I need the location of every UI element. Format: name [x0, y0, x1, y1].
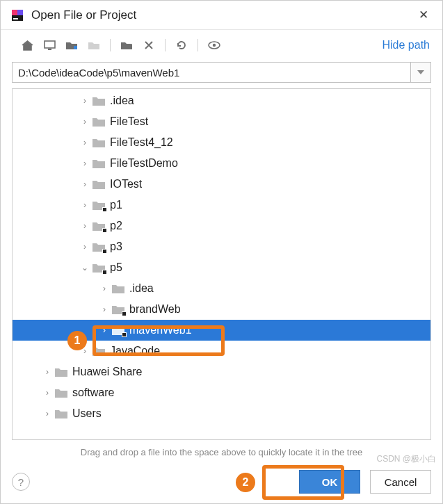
refresh-icon[interactable]	[172, 37, 191, 54]
tree-row[interactable]: ›.idea	[13, 278, 430, 299]
tree-item-label: p3	[110, 241, 122, 253]
chevron-right-icon[interactable]: ›	[79, 117, 90, 127]
svg-rect-4	[45, 41, 55, 48]
svg-text:+: +	[129, 40, 133, 47]
desktop-icon[interactable]	[40, 37, 59, 54]
folder-icon	[92, 346, 106, 357]
toolbar: + Hide path	[1, 30, 442, 58]
svg-rect-6	[74, 46, 77, 49]
tree-row[interactable]: ›brandWeb	[13, 299, 430, 320]
folder-icon	[92, 241, 106, 252]
chevron-right-icon[interactable]: ›	[42, 388, 53, 398]
separator	[198, 39, 198, 51]
tree-item-label: .idea	[110, 95, 134, 107]
titlebar: Open File or Project ✕	[1, 1, 442, 30]
tree-row[interactable]: ›Huawei Share	[13, 361, 430, 382]
tree-row[interactable]: ›FileTest	[13, 111, 430, 132]
chevron-right-icon[interactable]: ›	[79, 138, 90, 147]
hide-path-link[interactable]: Hide path	[382, 39, 430, 51]
path-dropdown-button[interactable]	[410, 62, 431, 83]
chevron-right-icon[interactable]: ›	[42, 409, 53, 418]
tree-row[interactable]: ›mavenWeb1	[13, 320, 430, 341]
chevron-right-icon[interactable]: ›	[79, 158, 90, 168]
tree-item-label: IOTest	[110, 178, 142, 190]
path-input[interactable]	[12, 62, 410, 83]
folder-icon	[92, 116, 106, 127]
folder-icon	[92, 262, 106, 273]
folder-icon	[92, 200, 106, 211]
folder-icon	[111, 325, 125, 336]
chevron-right-icon[interactable]: ›	[42, 367, 53, 377]
chevron-right-icon[interactable]: ›	[99, 325, 110, 335]
folder-icon	[111, 304, 125, 315]
chevron-right-icon[interactable]: ›	[99, 284, 110, 293]
drop-hint: Drag and drop a file into the space abov…	[1, 444, 442, 464]
folder-icon	[92, 179, 106, 190]
delete-icon[interactable]	[139, 37, 159, 54]
chevron-right-icon[interactable]: ›	[79, 200, 90, 210]
intellij-icon	[10, 8, 24, 22]
folder-icon	[92, 95, 106, 106]
svg-rect-3	[13, 18, 18, 19]
open-file-dialog: Open File or Project ✕ + Hide path ›.ide…	[0, 0, 443, 504]
tree-row[interactable]: ›FileTestDemo	[13, 153, 430, 174]
path-row	[1, 58, 442, 88]
tree-row[interactable]: ›p3	[13, 236, 430, 257]
tree-row[interactable]: ›JavaCode	[13, 341, 430, 361]
svg-rect-1	[12, 10, 17, 15]
tree-item-label: .idea	[129, 282, 154, 295]
svg-point-9	[213, 44, 216, 47]
folder-icon	[54, 408, 68, 419]
tree-row[interactable]: ⌄p5	[13, 257, 430, 278]
svg-rect-5	[48, 49, 51, 50]
chevron-right-icon[interactable]: ›	[79, 179, 90, 189]
chevron-down-icon[interactable]: ⌄	[79, 263, 90, 273]
tree-item-label: Huawei Share	[72, 366, 143, 378]
tree-row[interactable]: ›p1	[13, 195, 430, 216]
separator	[110, 39, 111, 51]
ok-button[interactable]: OK	[299, 470, 360, 494]
folder-icon	[92, 137, 106, 148]
tree-item-label: p5	[110, 261, 122, 274]
cancel-button[interactable]: Cancel	[370, 470, 431, 494]
chevron-right-icon[interactable]: ›	[79, 346, 90, 356]
tree-item-label: software	[72, 387, 114, 399]
chevron-right-icon[interactable]: ›	[79, 96, 90, 106]
folder-icon	[92, 158, 106, 169]
new-folder-icon[interactable]: +	[117, 37, 136, 54]
tree-item-label: p1	[110, 199, 122, 211]
file-tree: ›.idea›FileTest›FileTest4_12›FileTestDem…	[12, 88, 431, 440]
tree-row[interactable]: ›IOTest	[13, 174, 430, 195]
folder-icon	[54, 366, 68, 377]
chevron-right-icon[interactable]: ›	[79, 221, 90, 231]
home-icon[interactable]	[17, 37, 37, 54]
tree-item-label: FileTest	[110, 115, 148, 128]
tree-item-label: mavenWeb1	[129, 324, 192, 336]
folder-icon	[111, 283, 125, 294]
folder-icon	[54, 387, 68, 398]
show-hidden-icon[interactable]	[204, 37, 224, 54]
tree-row[interactable]: ›Users	[13, 403, 430, 424]
tree-row[interactable]: ›software	[13, 382, 430, 403]
close-button[interactable]: ✕	[414, 6, 433, 24]
project-icon[interactable]	[62, 37, 81, 54]
svg-rect-2	[17, 10, 23, 15]
folder-icon	[92, 220, 106, 231]
tree-row[interactable]: ›p2	[13, 216, 430, 236]
tree-item-label: p2	[110, 220, 122, 232]
tree-item-label: Users	[72, 407, 102, 420]
help-button[interactable]: ?	[12, 473, 30, 491]
chevron-right-icon[interactable]: ›	[79, 242, 90, 252]
module-icon[interactable]	[84, 37, 104, 54]
tree-row[interactable]: ›FileTest4_12	[13, 132, 430, 153]
tree-item-label: FileTestDemo	[110, 157, 178, 170]
separator	[165, 39, 166, 51]
tree-item-label: JavaCode	[110, 345, 160, 357]
tree-item-label: FileTest4_12	[110, 136, 173, 149]
tree-row[interactable]: ›.idea	[13, 90, 430, 111]
button-bar: ? OK Cancel	[1, 464, 442, 503]
tree-item-label: brandWeb	[129, 303, 181, 316]
tree-scroll[interactable]: ›.idea›FileTest›FileTest4_12›FileTestDem…	[13, 89, 430, 439]
chevron-right-icon[interactable]: ›	[99, 304, 110, 314]
dialog-title: Open File or Project	[31, 8, 408, 22]
